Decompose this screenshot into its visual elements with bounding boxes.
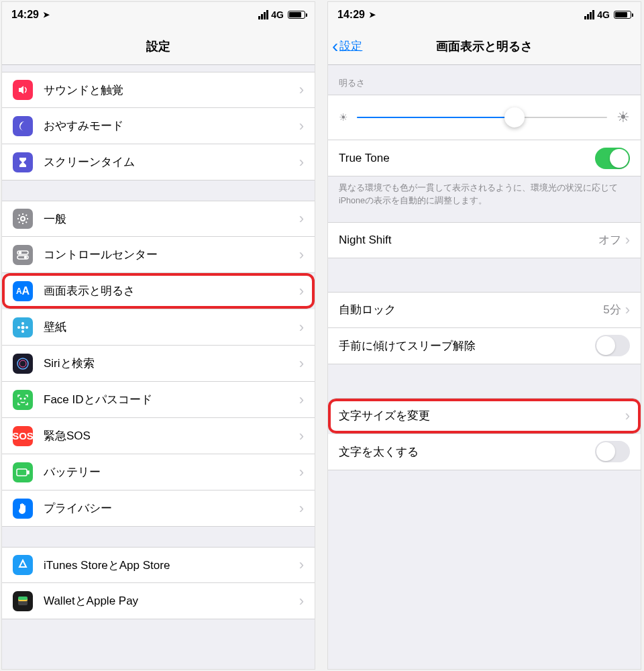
- row-label: バッテリー: [44, 464, 299, 480]
- row-label: 緊急SOS: [44, 428, 299, 444]
- wallet-icon: [13, 591, 33, 611]
- chevron-right-icon: ›: [625, 301, 630, 319]
- row-dnd[interactable]: おやすみモード ›: [2, 108, 315, 144]
- signal-icon: [258, 10, 268, 19]
- status-bar: 14:29 ➤ 4G: [2, 2, 315, 28]
- chevron-right-icon: ›: [299, 556, 304, 574]
- row-autolock[interactable]: 自動ロック 5分 ›: [328, 292, 641, 328]
- svg-rect-14: [17, 469, 27, 476]
- textsize-aa-icon: AA: [13, 281, 33, 301]
- brightness-slider[interactable]: [357, 117, 607, 118]
- row-screentime[interactable]: スクリーンタイム ›: [2, 144, 315, 180]
- row-nightshift[interactable]: Night Shift オフ ›: [328, 222, 641, 258]
- row-faceid[interactable]: Face IDとパスコード ›: [2, 382, 315, 418]
- status-time: 14:29: [337, 9, 365, 21]
- hourglass-icon: [13, 152, 33, 172]
- brightness-slider-row: ☀︎ ☀︎: [328, 95, 641, 140]
- network-label: 4G: [271, 9, 284, 20]
- sos-icon: SOS: [13, 426, 33, 446]
- gear-icon: [13, 209, 33, 229]
- moon-icon: [13, 116, 33, 136]
- row-text-size[interactable]: 文字サイズを変更 ›: [328, 398, 641, 434]
- chevron-right-icon: ›: [625, 231, 630, 249]
- chevron-right-icon: ›: [299, 117, 304, 135]
- battery-icon: [614, 11, 631, 19]
- row-battery[interactable]: バッテリー ›: [2, 454, 315, 491]
- row-label: Night Shift: [339, 234, 598, 247]
- row-label: おやすみモード: [44, 118, 299, 134]
- row-sound[interactable]: サウンドと触覚 ›: [2, 72, 315, 108]
- back-button[interactable]: ‹ 設定: [332, 37, 362, 56]
- chevron-right-icon: ›: [299, 282, 304, 300]
- chevron-right-icon: ›: [625, 407, 630, 425]
- chevron-right-icon: ›: [299, 427, 304, 445]
- raise-toggle[interactable]: [595, 335, 630, 356]
- svg-point-12: [20, 398, 21, 399]
- row-wallet[interactable]: WalletとApple Pay ›: [2, 583, 315, 619]
- row-raise-to-wake: 手前に傾けてスリープ解除: [328, 328, 641, 364]
- svg-rect-15: [28, 471, 29, 474]
- boldtext-toggle[interactable]: [595, 441, 630, 462]
- nav-bar: 設定: [2, 28, 315, 65]
- chevron-right-icon: ›: [299, 81, 304, 99]
- battery-icon: [288, 11, 305, 19]
- svg-point-8: [17, 326, 20, 329]
- nav-bar: ‹ 設定 画面表示と明るさ: [328, 28, 641, 65]
- row-label: Siriと検索: [44, 356, 299, 371]
- row-label: 一般: [44, 211, 299, 227]
- chevron-left-icon: ‹: [332, 37, 338, 56]
- row-label: 文字サイズを変更: [339, 408, 625, 423]
- svg-point-0: [21, 217, 25, 221]
- row-value: 5分: [603, 302, 621, 317]
- chevron-right-icon: ›: [299, 592, 304, 610]
- chevron-right-icon: ›: [299, 464, 304, 481]
- chevron-right-icon: ›: [299, 246, 304, 264]
- settings-screen: 14:29 ➤ 4G 設定 サウンドと触覚 › おやすみモード › ス: [1, 1, 315, 670]
- svg-point-6: [21, 322, 24, 325]
- row-sos[interactable]: SOS 緊急SOS ›: [2, 418, 315, 454]
- row-privacy[interactable]: プライバシー ›: [2, 491, 315, 527]
- row-wallpaper[interactable]: 壁紙 ›: [2, 309, 315, 346]
- signal-icon: [584, 10, 594, 19]
- row-label: スクリーンタイム: [44, 154, 299, 170]
- display-brightness-screen: 14:29 ➤ 4G ‹ 設定 画面表示と明るさ 明るさ ☀︎ ☀︎ T: [327, 1, 641, 670]
- truetone-toggle[interactable]: [595, 148, 630, 169]
- row-label: True Tone: [339, 152, 595, 165]
- row-truetone: True Tone: [328, 140, 641, 176]
- row-label: Face IDとパスコード: [44, 392, 299, 407]
- flower-icon: [13, 317, 33, 338]
- svg-point-9: [25, 326, 28, 329]
- chevron-right-icon: ›: [299, 319, 304, 336]
- row-label: WalletとApple Pay: [44, 593, 299, 609]
- speaker-icon: [13, 80, 33, 100]
- brightness-section-label: 明るさ: [328, 65, 641, 95]
- svg-point-10: [17, 358, 28, 369]
- location-icon: ➤: [43, 10, 50, 19]
- row-display-brightness[interactable]: AA 画面表示と明るさ ›: [2, 273, 315, 309]
- row-appstore[interactable]: iTunes StoreとApp Store ›: [2, 547, 315, 583]
- location-icon: ➤: [369, 10, 376, 19]
- page-title: 設定: [146, 38, 170, 54]
- svg-point-13: [24, 398, 25, 399]
- row-label: プライバシー: [44, 501, 299, 516]
- row-label: 手前に傾けてスリープ解除: [339, 338, 595, 354]
- battery-icon: [13, 462, 33, 482]
- svg-point-2: [19, 252, 21, 254]
- row-bold-text: 文字を太くする: [328, 434, 641, 470]
- chevron-right-icon: ›: [299, 355, 304, 372]
- sun-large-icon: ☀︎: [616, 109, 630, 126]
- chevron-right-icon: ›: [299, 154, 304, 171]
- row-label: 自動ロック: [339, 302, 603, 317]
- row-siri[interactable]: Siriと検索 ›: [2, 346, 315, 382]
- status-bar: 14:29 ➤ 4G: [328, 2, 641, 28]
- switches-icon: [13, 245, 33, 265]
- row-control-center[interactable]: コントロールセンター ›: [2, 237, 315, 273]
- appstore-icon: [13, 555, 33, 575]
- back-label: 設定: [339, 38, 362, 54]
- faceid-icon: [13, 390, 33, 410]
- row-label: コントロールセンター: [44, 247, 299, 262]
- slider-thumb[interactable]: [504, 107, 525, 127]
- row-label: iTunes StoreとApp Store: [44, 558, 299, 573]
- chevron-right-icon: ›: [299, 391, 304, 409]
- row-general[interactable]: 一般 ›: [2, 201, 315, 237]
